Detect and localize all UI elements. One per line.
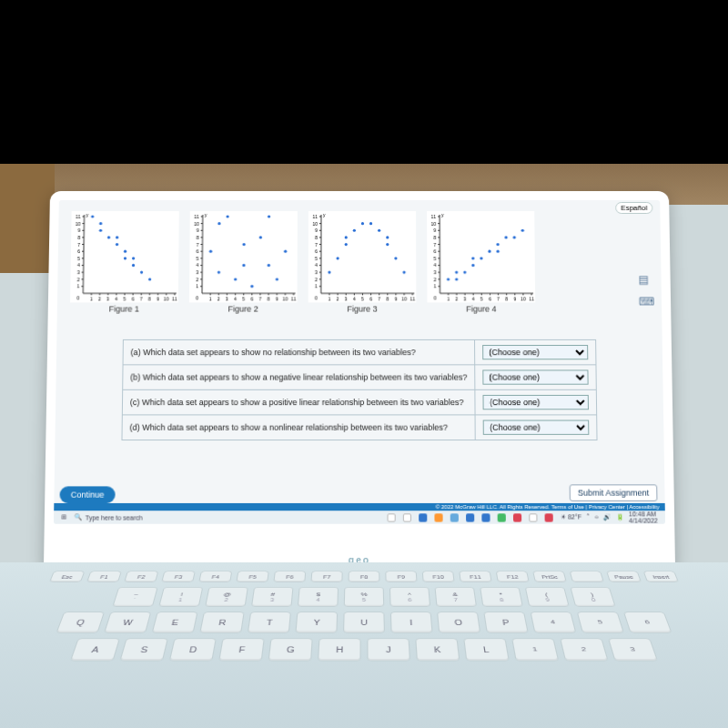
system-tray[interactable]: ☀ 82°F ˄ ⌔ 🔊 🔋 10:48 AM4/14/2022	[561, 511, 658, 523]
key-f10[interactable]: F10	[422, 571, 455, 582]
key-f6[interactable]: F6	[273, 571, 306, 582]
windows-taskbar[interactable]: ⊞ 🔍 Type here to search ☀ 82°F	[54, 511, 665, 523]
language-espanol-button[interactable]: Español	[615, 202, 652, 214]
key-f3[interactable]: F3	[161, 571, 196, 582]
key-9[interactable]: (9	[525, 587, 570, 607]
svg-text:y: y	[205, 212, 207, 217]
key-f8[interactable]: F8	[349, 571, 380, 582]
office-icon[interactable]	[545, 513, 553, 521]
key-l[interactable]: L	[463, 638, 510, 661]
key-[interactable]: ~`	[112, 587, 157, 607]
svg-text:4: 4	[353, 296, 356, 301]
svg-text:y: y	[441, 212, 444, 217]
key-7[interactable]: &7	[434, 587, 477, 607]
svg-point-227	[480, 257, 482, 259]
key-s[interactable]: S	[119, 638, 168, 661]
key-2[interactable]: 2	[560, 638, 609, 661]
key-f12[interactable]: F12	[496, 571, 530, 582]
key-prtsc[interactable]: PrtSc	[532, 571, 567, 582]
word-icon[interactable]	[481, 513, 490, 521]
key-3[interactable]: #3	[251, 587, 294, 607]
excel-icon[interactable]	[498, 513, 506, 521]
key-f4[interactable]: F4	[198, 571, 232, 582]
key-f5[interactable]: F5	[236, 571, 269, 582]
key-4[interactable]: $4	[298, 587, 339, 607]
svg-point-104	[209, 250, 212, 253]
key-a[interactable]: A	[70, 638, 120, 661]
key-f2[interactable]: F2	[124, 571, 158, 582]
cortana-icon[interactable]	[388, 513, 396, 521]
store-icon[interactable]	[466, 513, 474, 521]
firefox-icon[interactable]	[434, 513, 442, 521]
question-c-select[interactable]: (Choose one)	[483, 395, 589, 410]
key-0[interactable]: )0	[570, 587, 615, 607]
svg-text:9: 9	[78, 228, 81, 233]
wifi-icon[interactable]: ⌔	[594, 514, 598, 521]
key-d[interactable]: D	[169, 638, 217, 661]
app-content: Español ▤ ⌨ 112233445566778899101011110y…	[54, 200, 665, 524]
key-e[interactable]: E	[152, 612, 198, 632]
powerpoint-icon[interactable]	[513, 513, 521, 521]
question-a-select[interactable]: (Choose one)	[482, 345, 588, 359]
app-icon[interactable]	[529, 513, 537, 521]
svg-text:0: 0	[315, 295, 318, 300]
key-insert[interactable]: Insert	[643, 571, 680, 582]
submit-assignment-button[interactable]: Submit Assignment	[570, 484, 658, 501]
weather-widget[interactable]: ☀ 82°F	[561, 513, 581, 521]
battery-icon[interactable]: 🔋	[616, 513, 624, 521]
explorer-icon[interactable]	[450, 513, 459, 521]
tray-chevron-icon[interactable]: ˄	[586, 513, 590, 521]
key-g[interactable]: G	[268, 638, 313, 661]
tool-icon-1[interactable]: ▤	[638, 273, 653, 286]
key-k[interactable]: K	[415, 638, 460, 661]
taskbar-search[interactable]: 🔍 Type here to search	[74, 513, 142, 521]
figure-1-plot: 112233445566778899101011110y	[70, 211, 179, 302]
taskbar-time[interactable]: 10:48 AM4/14/2022	[629, 511, 658, 523]
key-r[interactable]: R	[199, 612, 245, 632]
taskview-icon[interactable]	[403, 513, 411, 521]
question-b-select[interactable]: (Choose one)	[483, 369, 589, 384]
question-d-select[interactable]: (Choose one)	[483, 420, 590, 435]
key-f11[interactable]: F11	[459, 571, 492, 582]
key-w[interactable]: W	[104, 612, 151, 632]
key-t[interactable]: T	[248, 612, 291, 632]
key-pause[interactable]: Pause	[606, 571, 642, 582]
key-6[interactable]: ^6	[389, 587, 430, 607]
volume-icon[interactable]: 🔊	[602, 513, 611, 521]
key-5[interactable]: 5	[577, 612, 624, 632]
svg-point-51	[116, 236, 118, 238]
tool-icon-2[interactable]: ⌨	[639, 295, 654, 308]
svg-text:9: 9	[276, 296, 278, 301]
edge-icon[interactable]	[419, 513, 427, 521]
key-2[interactable]: @2	[205, 587, 248, 607]
key-f7[interactable]: F7	[310, 571, 342, 582]
key-i[interactable]: I	[390, 612, 433, 632]
svg-text:2: 2	[77, 277, 80, 282]
key-esc[interactable]: Esc	[49, 571, 86, 582]
key-f[interactable]: F	[218, 638, 265, 661]
figure-4-plot: 112233445566778899101011110y	[427, 211, 535, 302]
key-y[interactable]: Y	[295, 612, 338, 632]
key-o[interactable]: O	[437, 612, 480, 632]
key-f9[interactable]: F9	[385, 571, 417, 582]
svg-text:6: 6	[250, 296, 253, 301]
key-q[interactable]: Q	[56, 612, 105, 632]
figure-4: 112233445566778899101011110y Figure 4	[427, 211, 535, 314]
key-j[interactable]: J	[367, 638, 410, 661]
start-icon[interactable]: ⊞	[61, 513, 66, 521]
continue-button[interactable]: Continue	[59, 486, 115, 503]
key-blank[interactable]	[570, 571, 604, 582]
key-1[interactable]: !1	[158, 587, 203, 607]
svg-text:7: 7	[433, 242, 436, 248]
key-8[interactable]: *8	[480, 587, 523, 607]
key-3[interactable]: 3	[608, 638, 658, 661]
key-h[interactable]: H	[318, 638, 361, 661]
key-4[interactable]: 4	[530, 612, 576, 632]
svg-point-54	[132, 257, 135, 259]
key-1[interactable]: 1	[511, 638, 559, 661]
key-u[interactable]: U	[343, 612, 385, 632]
key-f1[interactable]: F1	[86, 571, 122, 582]
key-5[interactable]: %5	[344, 587, 385, 607]
key-p[interactable]: P	[483, 612, 529, 632]
key-6[interactable]: 6	[623, 612, 672, 632]
